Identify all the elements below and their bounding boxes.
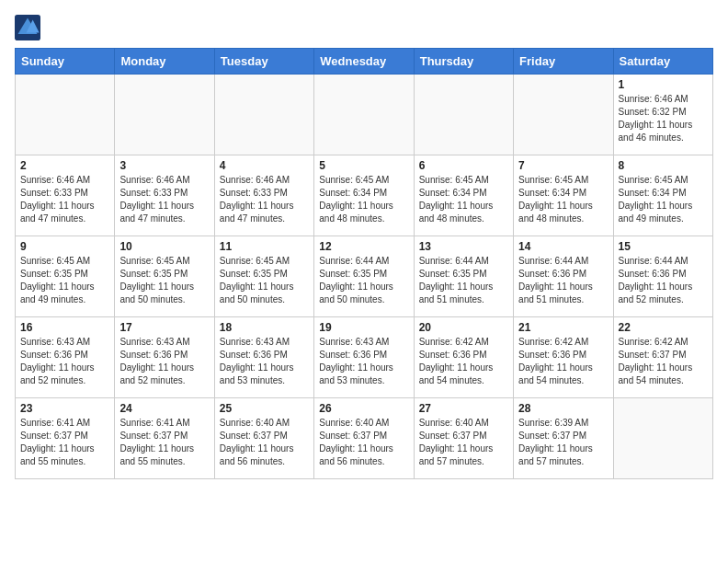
day-info: Sunrise: 6:46 AM Sunset: 6:33 PM Dayligh… bbox=[119, 174, 209, 225]
weekday-header: Thursday bbox=[414, 49, 513, 75]
day-number: 25 bbox=[220, 402, 309, 415]
calendar-cell: 11Sunrise: 6:45 AM Sunset: 6:35 PM Dayli… bbox=[214, 236, 313, 317]
calendar-cell: 27Sunrise: 6:40 AM Sunset: 6:37 PM Dayli… bbox=[414, 398, 513, 479]
day-info: Sunrise: 6:43 AM Sunset: 6:36 PM Dayligh… bbox=[220, 336, 309, 387]
day-info: Sunrise: 6:40 AM Sunset: 6:37 PM Dayligh… bbox=[319, 417, 408, 468]
page-header bbox=[15, 15, 713, 40]
calendar-cell: 21Sunrise: 6:42 AM Sunset: 6:36 PM Dayli… bbox=[514, 317, 613, 398]
calendar-cell: 7Sunrise: 6:45 AM Sunset: 6:34 PM Daylig… bbox=[514, 155, 613, 236]
day-number: 6 bbox=[419, 159, 508, 172]
calendar-cell: 12Sunrise: 6:44 AM Sunset: 6:35 PM Dayli… bbox=[314, 236, 414, 317]
day-number: 7 bbox=[518, 159, 608, 172]
calendar-cell: 22Sunrise: 6:42 AM Sunset: 6:37 PM Dayli… bbox=[613, 317, 712, 398]
calendar-cell: 4Sunrise: 6:46 AM Sunset: 6:33 PM Daylig… bbox=[214, 155, 313, 236]
calendar-week-row: 23Sunrise: 6:41 AM Sunset: 6:37 PM Dayli… bbox=[16, 398, 713, 479]
calendar-cell bbox=[314, 75, 414, 155]
day-info: Sunrise: 6:41 AM Sunset: 6:37 PM Dayligh… bbox=[119, 417, 209, 468]
calendar-cell: 16Sunrise: 6:43 AM Sunset: 6:36 PM Dayli… bbox=[16, 317, 115, 398]
weekday-header: Tuesday bbox=[214, 49, 313, 75]
day-number: 14 bbox=[518, 240, 608, 253]
day-number: 3 bbox=[119, 159, 209, 172]
calendar-cell bbox=[613, 398, 712, 479]
calendar-cell: 10Sunrise: 6:45 AM Sunset: 6:35 PM Dayli… bbox=[115, 236, 214, 317]
day-info: Sunrise: 6:42 AM Sunset: 6:36 PM Dayligh… bbox=[419, 336, 508, 387]
calendar-cell: 6Sunrise: 6:45 AM Sunset: 6:34 PM Daylig… bbox=[414, 155, 513, 236]
weekday-header: Wednesday bbox=[314, 49, 414, 75]
day-info: Sunrise: 6:43 AM Sunset: 6:36 PM Dayligh… bbox=[119, 336, 209, 387]
calendar-cell: 25Sunrise: 6:40 AM Sunset: 6:37 PM Dayli… bbox=[214, 398, 313, 479]
day-number: 26 bbox=[319, 402, 408, 415]
calendar-cell: 19Sunrise: 6:43 AM Sunset: 6:36 PM Dayli… bbox=[314, 317, 414, 398]
calendar-cell: 8Sunrise: 6:45 AM Sunset: 6:34 PM Daylig… bbox=[613, 155, 712, 236]
day-info: Sunrise: 6:45 AM Sunset: 6:35 PM Dayligh… bbox=[220, 255, 309, 306]
calendar-cell: 1Sunrise: 6:46 AM Sunset: 6:32 PM Daylig… bbox=[613, 75, 712, 155]
day-number: 5 bbox=[319, 159, 408, 172]
calendar-cell: 18Sunrise: 6:43 AM Sunset: 6:36 PM Dayli… bbox=[214, 317, 313, 398]
day-number: 2 bbox=[20, 159, 109, 172]
calendar-cell: 20Sunrise: 6:42 AM Sunset: 6:36 PM Dayli… bbox=[414, 317, 513, 398]
day-info: Sunrise: 6:41 AM Sunset: 6:37 PM Dayligh… bbox=[20, 417, 109, 468]
day-info: Sunrise: 6:40 AM Sunset: 6:37 PM Dayligh… bbox=[220, 417, 309, 468]
day-number: 27 bbox=[419, 402, 508, 415]
day-number: 24 bbox=[119, 402, 209, 415]
calendar-cell: 3Sunrise: 6:46 AM Sunset: 6:33 PM Daylig… bbox=[115, 155, 214, 236]
weekday-header: Monday bbox=[115, 49, 214, 75]
day-number: 8 bbox=[619, 159, 708, 172]
day-number: 11 bbox=[220, 240, 309, 253]
calendar-cell: 5Sunrise: 6:45 AM Sunset: 6:34 PM Daylig… bbox=[314, 155, 414, 236]
day-info: Sunrise: 6:44 AM Sunset: 6:35 PM Dayligh… bbox=[319, 255, 408, 306]
day-info: Sunrise: 6:45 AM Sunset: 6:34 PM Dayligh… bbox=[518, 174, 608, 225]
day-number: 21 bbox=[518, 321, 608, 334]
day-number: 28 bbox=[518, 402, 608, 415]
calendar-cell: 14Sunrise: 6:44 AM Sunset: 6:36 PM Dayli… bbox=[514, 236, 613, 317]
day-number: 20 bbox=[419, 321, 508, 334]
day-info: Sunrise: 6:40 AM Sunset: 6:37 PM Dayligh… bbox=[419, 417, 508, 468]
weekday-header: Friday bbox=[514, 49, 613, 75]
day-number: 16 bbox=[20, 321, 109, 334]
day-info: Sunrise: 6:44 AM Sunset: 6:35 PM Dayligh… bbox=[419, 255, 508, 306]
day-info: Sunrise: 6:46 AM Sunset: 6:32 PM Dayligh… bbox=[619, 93, 708, 144]
day-info: Sunrise: 6:46 AM Sunset: 6:33 PM Dayligh… bbox=[20, 174, 109, 225]
calendar-cell: 23Sunrise: 6:41 AM Sunset: 6:37 PM Dayli… bbox=[16, 398, 115, 479]
logo-icon bbox=[15, 15, 40, 40]
weekday-header: Saturday bbox=[613, 49, 712, 75]
calendar-cell: 15Sunrise: 6:44 AM Sunset: 6:36 PM Dayli… bbox=[613, 236, 712, 317]
calendar-cell bbox=[115, 75, 214, 155]
day-number: 9 bbox=[20, 240, 109, 253]
day-number: 13 bbox=[419, 240, 508, 253]
day-number: 23 bbox=[20, 402, 109, 415]
day-info: Sunrise: 6:43 AM Sunset: 6:36 PM Dayligh… bbox=[20, 336, 109, 387]
calendar-week-row: 9Sunrise: 6:45 AM Sunset: 6:35 PM Daylig… bbox=[16, 236, 713, 317]
day-info: Sunrise: 6:45 AM Sunset: 6:35 PM Dayligh… bbox=[20, 255, 109, 306]
day-info: Sunrise: 6:44 AM Sunset: 6:36 PM Dayligh… bbox=[619, 255, 708, 306]
calendar-cell: 26Sunrise: 6:40 AM Sunset: 6:37 PM Dayli… bbox=[314, 398, 414, 479]
day-number: 17 bbox=[119, 321, 209, 334]
day-number: 19 bbox=[319, 321, 408, 334]
day-info: Sunrise: 6:42 AM Sunset: 6:36 PM Dayligh… bbox=[518, 336, 608, 387]
calendar-table: SundayMondayTuesdayWednesdayThursdayFrid… bbox=[15, 48, 713, 479]
calendar-cell bbox=[414, 75, 513, 155]
day-info: Sunrise: 6:45 AM Sunset: 6:34 PM Dayligh… bbox=[619, 174, 708, 225]
calendar-cell: 13Sunrise: 6:44 AM Sunset: 6:35 PM Dayli… bbox=[414, 236, 513, 317]
weekday-header: Sunday bbox=[16, 49, 115, 75]
day-number: 4 bbox=[220, 159, 309, 172]
day-info: Sunrise: 6:42 AM Sunset: 6:37 PM Dayligh… bbox=[619, 336, 708, 387]
calendar-cell bbox=[16, 75, 115, 155]
day-number: 12 bbox=[319, 240, 408, 253]
calendar-cell: 17Sunrise: 6:43 AM Sunset: 6:36 PM Dayli… bbox=[115, 317, 214, 398]
calendar-cell: 24Sunrise: 6:41 AM Sunset: 6:37 PM Dayli… bbox=[115, 398, 214, 479]
weekday-header-row: SundayMondayTuesdayWednesdayThursdayFrid… bbox=[16, 49, 713, 75]
day-number: 15 bbox=[619, 240, 708, 253]
day-number: 10 bbox=[119, 240, 209, 253]
calendar-cell: 9Sunrise: 6:45 AM Sunset: 6:35 PM Daylig… bbox=[16, 236, 115, 317]
calendar-cell: 28Sunrise: 6:39 AM Sunset: 6:37 PM Dayli… bbox=[514, 398, 613, 479]
day-info: Sunrise: 6:43 AM Sunset: 6:36 PM Dayligh… bbox=[319, 336, 408, 387]
day-number: 18 bbox=[220, 321, 309, 334]
day-info: Sunrise: 6:45 AM Sunset: 6:34 PM Dayligh… bbox=[419, 174, 508, 225]
day-info: Sunrise: 6:45 AM Sunset: 6:34 PM Dayligh… bbox=[319, 174, 408, 225]
calendar-cell bbox=[214, 75, 313, 155]
day-number: 22 bbox=[619, 321, 708, 334]
logo bbox=[15, 15, 42, 40]
day-info: Sunrise: 6:46 AM Sunset: 6:33 PM Dayligh… bbox=[220, 174, 309, 225]
calendar-cell: 2Sunrise: 6:46 AM Sunset: 6:33 PM Daylig… bbox=[16, 155, 115, 236]
